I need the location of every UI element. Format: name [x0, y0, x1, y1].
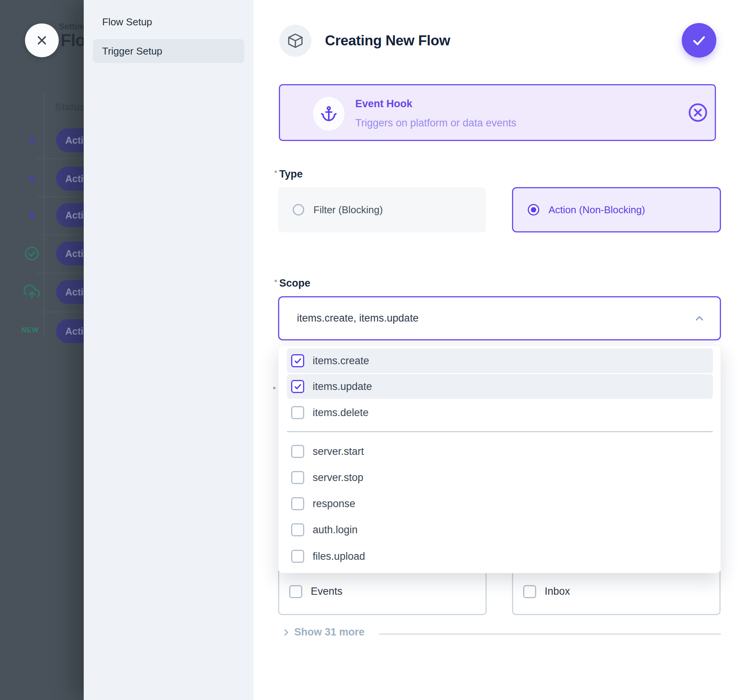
- checkbox-unchecked-icon[interactable]: [291, 497, 304, 510]
- scope-section-label: Scope: [279, 277, 310, 289]
- save-flow-button[interactable]: [682, 23, 716, 58]
- chevron-right-icon: [280, 627, 292, 638]
- type-option-filter[interactable]: Filter (Blocking): [278, 187, 486, 232]
- chevron-up-icon[interactable]: [693, 312, 706, 325]
- scope-option-response[interactable]: response: [287, 491, 713, 516]
- anchor-icon: [320, 105, 338, 123]
- sidebar-item-trigger-setup[interactable]: Trigger Setup: [93, 39, 244, 63]
- x-circle-icon: [687, 102, 709, 123]
- required-dot: [275, 171, 277, 173]
- drawer-main: Creating New Flow Event Hook Triggers on…: [254, 0, 739, 700]
- drawer-sidebar: Flow Setup Trigger Setup: [84, 0, 254, 700]
- scope-option-label: response: [313, 498, 355, 510]
- collection-card-inbox[interactable]: Inbox: [512, 568, 721, 615]
- required-dot: [273, 387, 275, 389]
- scope-option-label: auth.login: [313, 524, 358, 536]
- trigger-description: Triggers on platform or data events: [355, 117, 516, 129]
- scope-option-auth-login[interactable]: auth.login: [287, 518, 713, 542]
- checkbox-unchecked-icon[interactable]: [289, 585, 302, 598]
- flow-type-badge: [279, 25, 312, 57]
- table-row: Active: [0, 280, 84, 304]
- scope-options-dropdown: items.create items.update items.delete s…: [278, 345, 721, 573]
- table-row: Active: [0, 242, 84, 265]
- checkbox-unchecked-icon[interactable]: [291, 445, 304, 458]
- checkbox-unchecked-icon[interactable]: [291, 471, 304, 484]
- scope-option-items-delete[interactable]: items.delete: [287, 400, 713, 425]
- radio-selected-icon[interactable]: [528, 204, 539, 216]
- sidebar-item-flow-setup[interactable]: Flow Setup: [93, 10, 244, 34]
- checkbox-unchecked-icon[interactable]: [291, 406, 304, 419]
- radio-unselected-icon[interactable]: [293, 204, 304, 216]
- scope-option-label: items.update: [313, 381, 372, 393]
- nav-item-label: Trigger Setup: [102, 45, 162, 57]
- table-row: NEW Active: [0, 319, 84, 343]
- row-divider: [36, 196, 84, 197]
- table-row: Active: [0, 128, 84, 152]
- check-circle-icon: [24, 245, 40, 262]
- scope-option-label: server.start: [313, 446, 364, 458]
- row-divider: [36, 158, 84, 159]
- type-option-label: Action (Non-Blocking): [548, 204, 645, 216]
- column-header-status: Status: [55, 101, 85, 113]
- checkbox-unchecked-icon[interactable]: [291, 550, 304, 563]
- collection-card-events[interactable]: Events: [278, 568, 487, 615]
- checkbox-checked-icon[interactable]: [291, 354, 304, 367]
- row-divider: [36, 312, 84, 312]
- table-row: Active: [0, 203, 84, 227]
- required-dot: [275, 280, 277, 282]
- bolt-icon: [25, 133, 39, 147]
- deselect-trigger-button[interactable]: [687, 102, 709, 123]
- trigger-name: Event Hook: [355, 98, 413, 110]
- scope-option-label: files.upload: [313, 551, 365, 562]
- scope-option-label: server.stop: [313, 472, 363, 484]
- table-row: Active: [0, 167, 84, 191]
- new-tag: NEW: [22, 326, 39, 334]
- scope-selected-values: items.create, items.update: [297, 312, 693, 324]
- creating-flow-drawer: Flow Setup Trigger Setup Creating New Fl…: [84, 0, 739, 700]
- cube-icon: [287, 32, 304, 50]
- scope-option-items-update[interactable]: items.update: [287, 374, 713, 399]
- type-section-label: Type: [279, 168, 303, 180]
- scope-option-server-stop[interactable]: server.stop: [287, 465, 713, 490]
- nav-item-label: Flow Setup: [102, 16, 152, 28]
- close-icon: [35, 33, 49, 47]
- divider: [379, 634, 721, 635]
- checkbox-unchecked-icon[interactable]: [291, 523, 304, 536]
- checkbox-unchecked-icon[interactable]: [523, 585, 536, 598]
- scope-option-server-start[interactable]: server.start: [287, 439, 713, 464]
- drawer-title: Creating New Flow: [325, 33, 450, 49]
- bolt-icon: [25, 208, 39, 222]
- show-more-button[interactable]: Show 31 more: [280, 626, 365, 638]
- type-option-action[interactable]: Action (Non-Blocking): [512, 187, 721, 232]
- scope-multiselect-input[interactable]: items.create, items.update: [278, 296, 721, 340]
- trigger-avatar: [313, 97, 345, 131]
- collection-label: Inbox: [545, 586, 570, 597]
- bolt-icon: [25, 172, 39, 186]
- row-divider: [36, 234, 84, 235]
- dropdown-divider: [287, 431, 713, 432]
- checkbox-checked-icon[interactable]: [291, 380, 304, 393]
- cloud-upload-icon: [24, 284, 40, 300]
- row-divider: [36, 273, 84, 274]
- scope-option-files-upload[interactable]: files.upload: [287, 544, 713, 569]
- type-option-label: Filter (Blocking): [313, 204, 383, 216]
- collection-label: Events: [311, 586, 343, 597]
- scope-option-items-create[interactable]: items.create: [287, 348, 713, 373]
- show-more-label: Show 31 more: [294, 626, 365, 638]
- scope-option-label: items.create: [313, 355, 369, 367]
- scope-option-label: items.delete: [313, 407, 369, 419]
- selected-trigger-card: Event Hook Triggers on platform or data …: [279, 84, 716, 141]
- check-icon: [691, 32, 708, 49]
- close-drawer-button[interactable]: [25, 23, 59, 57]
